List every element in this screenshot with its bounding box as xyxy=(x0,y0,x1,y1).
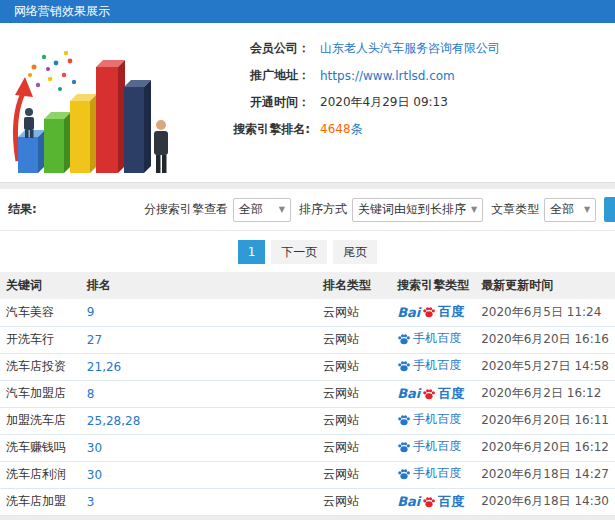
col-header-rank: 排名 xyxy=(81,272,317,299)
open-time-value: 2020年4月29日 09:13 xyxy=(320,94,448,111)
pagination: 1 下一页 尾页 xyxy=(0,231,615,272)
keyword-cell: 汽车美容 xyxy=(0,299,81,326)
rank-link[interactable]: 27 xyxy=(81,326,317,353)
rank-type-cell: 云网站 xyxy=(317,299,391,326)
rank-link[interactable]: 30 xyxy=(81,434,317,461)
col-header-updated: 最新更新时间 xyxy=(475,272,615,299)
keyword-cell: 洗车赚钱吗 xyxy=(0,434,81,461)
rank-count-value: 4648条 xyxy=(320,121,363,138)
table-row: 汽车加盟店 8 云网站 Bai百度 2020年6月2日 16:12 xyxy=(0,380,615,407)
info-row-url: 推广地址： https://www.lrtlsd.com xyxy=(180,62,615,89)
page-title: 网络营销效果展示 xyxy=(14,3,110,20)
promo-url-label: 推广地址： xyxy=(180,67,310,84)
rank-link[interactable]: 30 xyxy=(81,461,317,488)
paw-icon xyxy=(422,305,436,319)
updated-cell: 2020年6月18日 14:30 xyxy=(475,488,615,515)
type-filter-label: 文章类型 xyxy=(491,201,539,218)
rank-type-cell: 云网站 xyxy=(317,326,391,353)
sort-select[interactable]: 关键词由短到长排序 ▼ xyxy=(352,198,483,222)
updated-cell: 2020年6月20日 16:12 xyxy=(475,434,615,461)
result-label: 结果: xyxy=(8,201,136,218)
sort-filter-label: 排序方式 xyxy=(299,201,347,218)
chevron-down-icon: ▼ xyxy=(471,205,477,214)
bar-chart-illustration xyxy=(4,27,176,180)
col-header-keyword: 关键词 xyxy=(0,272,81,299)
table-row: 洗车店投资 21,26 云网站 手机百度 2020年5月27日 14:58 xyxy=(0,353,615,380)
paw-icon xyxy=(397,413,411,427)
paw-icon xyxy=(422,387,436,401)
baidu-logo: Bai百度 xyxy=(397,493,464,511)
keyword-cell: 汽车加盟店 xyxy=(0,380,81,407)
mobile-baidu-logo: 手机百度 xyxy=(397,411,461,428)
mobile-baidu-logo: 手机百度 xyxy=(397,465,461,482)
keyword-cell: 洗车店加盟 xyxy=(0,488,81,515)
keyword-cell: 洗车店投资 xyxy=(0,353,81,380)
paw-icon xyxy=(397,467,411,481)
mobile-baidu-logo: 手机百度 xyxy=(397,438,461,455)
updated-cell: 2020年5月27日 14:58 xyxy=(475,353,615,380)
article-type-select[interactable]: 全部 ▼ xyxy=(544,198,596,222)
rank-link[interactable]: 21,26 xyxy=(81,353,317,380)
keyword-rank-table: 关键词 排名 排名类型 搜索引擎类型 最新更新时间 汽车美容 9 云网站 Bai… xyxy=(0,272,615,516)
rank-type-cell: 云网站 xyxy=(317,488,391,515)
col-header-engine-type: 搜索引擎类型 xyxy=(391,272,475,299)
table-row: 洗车店加盟 3 云网站 Bai百度 2020年6月18日 14:30 xyxy=(0,488,615,515)
table-row: 加盟洗车店 25,28,28 云网站 手机百度 2020年6月20日 16:11 xyxy=(0,407,615,434)
page-header: 网络营销效果展示 xyxy=(0,0,615,23)
member-info-panel: 会员公司： 山东老人头汽车服务咨询有限公司 推广地址： https://www.… xyxy=(0,23,615,183)
keyword-cell: 开洗车行 xyxy=(0,326,81,353)
info-row-company: 会员公司： 山东老人头汽车服务咨询有限公司 xyxy=(180,35,615,62)
updated-cell: 2020年6月2日 16:12 xyxy=(475,380,615,407)
rank-link[interactable]: 8 xyxy=(81,380,317,407)
paw-icon xyxy=(397,359,411,373)
sort-select-value: 关键词由短到长排序 xyxy=(358,201,466,218)
rank-type-cell: 云网站 xyxy=(317,461,391,488)
rank-type-cell: 云网站 xyxy=(317,434,391,461)
company-label: 会员公司： xyxy=(180,40,310,57)
rank-type-cell: 云网站 xyxy=(317,407,391,434)
page-last-button[interactable]: 尾页 xyxy=(333,240,377,264)
table-row: 洗车赚钱吗 30 云网站 手机百度 2020年6月20日 16:12 xyxy=(0,434,615,461)
keyword-cell: 加盟洗车店 xyxy=(0,407,81,434)
paw-icon xyxy=(422,495,436,509)
rank-type-cell: 云网站 xyxy=(317,380,391,407)
chevron-down-icon: ▼ xyxy=(279,205,285,214)
baidu-logo: Bai百度 xyxy=(397,385,464,403)
article-type-select-value: 全部 xyxy=(550,201,574,218)
paw-icon xyxy=(397,332,411,346)
updated-cell: 2020年6月5日 11:24 xyxy=(475,299,615,326)
results-section: 结果: 分搜索引擎查看 全部 ▼ 排序方式 关键词由短到长排序 ▼ 文章类型 全… xyxy=(0,189,615,516)
rank-type-cell: 云网站 xyxy=(317,353,391,380)
baidu-logo: Bai百度 xyxy=(397,303,464,321)
promo-url-link[interactable]: https://www.lrtlsd.com xyxy=(320,69,455,83)
keyword-cell: 洗车店利润 xyxy=(0,461,81,488)
rank-link[interactable]: 9 xyxy=(81,299,317,326)
info-row-rank-count: 搜索引擎排名: 4648条 xyxy=(180,116,615,143)
info-row-open-time: 开通时间： 2020年4月29日 09:13 xyxy=(180,89,615,116)
mobile-baidu-logo: 手机百度 xyxy=(397,357,461,374)
col-header-rank-type: 排名类型 xyxy=(317,272,391,299)
table-row: 汽车美容 9 云网站 Bai百度 2020年6月5日 11:24 xyxy=(0,299,615,326)
rank-link[interactable]: 3 xyxy=(81,488,317,515)
table-row: 开洗车行 27 云网站 手机百度 2020年6月20日 16:16 xyxy=(0,326,615,353)
engine-select[interactable]: 全部 ▼ xyxy=(233,198,291,222)
page-current[interactable]: 1 xyxy=(238,240,266,264)
updated-cell: 2020年6月20日 16:11 xyxy=(475,407,615,434)
chevron-down-icon: ▼ xyxy=(584,205,590,214)
open-time-label: 开通时间： xyxy=(180,94,310,111)
engine-filter-label: 分搜索引擎查看 xyxy=(144,201,228,218)
submit-button[interactable]: 提交 xyxy=(604,197,615,222)
page-next-button[interactable]: 下一页 xyxy=(271,240,327,264)
table-row: 洗车店利润 30 云网站 手机百度 2020年6月18日 14:27 xyxy=(0,461,615,488)
table-header-row: 关键词 排名 排名类型 搜索引擎类型 最新更新时间 xyxy=(0,272,615,299)
member-info: 会员公司： 山东老人头汽车服务咨询有限公司 推广地址： https://www.… xyxy=(180,23,615,143)
rank-count-unit: 条 xyxy=(351,122,363,136)
company-link[interactable]: 山东老人头汽车服务咨询有限公司 xyxy=(320,40,500,57)
mobile-baidu-logo: 手机百度 xyxy=(397,330,461,347)
updated-cell: 2020年6月18日 14:27 xyxy=(475,461,615,488)
rank-link[interactable]: 25,28,28 xyxy=(81,407,317,434)
engine-select-value: 全部 xyxy=(239,201,263,218)
filter-bar: 结果: 分搜索引擎查看 全部 ▼ 排序方式 关键词由短到长排序 ▼ 文章类型 全… xyxy=(0,189,615,231)
paw-icon xyxy=(397,440,411,454)
rank-count-label: 搜索引擎排名: xyxy=(180,121,310,138)
